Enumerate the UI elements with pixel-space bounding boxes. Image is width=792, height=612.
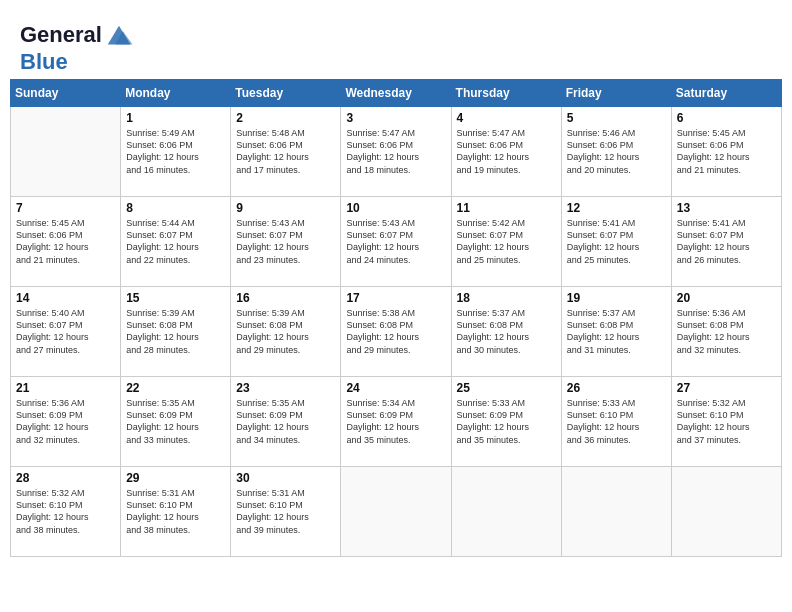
- calendar-week-4: 21Sunrise: 5:36 AMSunset: 6:09 PMDayligh…: [11, 377, 782, 467]
- calendar-cell: 22Sunrise: 5:35 AMSunset: 6:09 PMDayligh…: [121, 377, 231, 467]
- calendar-week-1: 1Sunrise: 5:49 AMSunset: 6:06 PMDaylight…: [11, 107, 782, 197]
- day-header-thursday: Thursday: [451, 80, 561, 107]
- calendar-cell: 28Sunrise: 5:32 AMSunset: 6:10 PMDayligh…: [11, 467, 121, 557]
- calendar-cell: [341, 467, 451, 557]
- day-info: Sunrise: 5:46 AMSunset: 6:06 PMDaylight:…: [567, 127, 666, 176]
- calendar-cell: 1Sunrise: 5:49 AMSunset: 6:06 PMDaylight…: [121, 107, 231, 197]
- day-number: 12: [567, 201, 666, 215]
- day-info: Sunrise: 5:49 AMSunset: 6:06 PMDaylight:…: [126, 127, 225, 176]
- day-number: 26: [567, 381, 666, 395]
- day-info: Sunrise: 5:41 AMSunset: 6:07 PMDaylight:…: [567, 217, 666, 266]
- day-number: 23: [236, 381, 335, 395]
- day-info: Sunrise: 5:36 AMSunset: 6:08 PMDaylight:…: [677, 307, 776, 356]
- day-info: Sunrise: 5:31 AMSunset: 6:10 PMDaylight:…: [236, 487, 335, 536]
- day-info: Sunrise: 5:47 AMSunset: 6:06 PMDaylight:…: [346, 127, 445, 176]
- calendar-cell: 23Sunrise: 5:35 AMSunset: 6:09 PMDayligh…: [231, 377, 341, 467]
- day-header-friday: Friday: [561, 80, 671, 107]
- day-number: 2: [236, 111, 335, 125]
- day-info: Sunrise: 5:40 AMSunset: 6:07 PMDaylight:…: [16, 307, 115, 356]
- day-info: Sunrise: 5:39 AMSunset: 6:08 PMDaylight:…: [126, 307, 225, 356]
- calendar-cell: 14Sunrise: 5:40 AMSunset: 6:07 PMDayligh…: [11, 287, 121, 377]
- calendar-cell: 29Sunrise: 5:31 AMSunset: 6:10 PMDayligh…: [121, 467, 231, 557]
- calendar-cell: 27Sunrise: 5:32 AMSunset: 6:10 PMDayligh…: [671, 377, 781, 467]
- day-number: 27: [677, 381, 776, 395]
- calendar-cell: 19Sunrise: 5:37 AMSunset: 6:08 PMDayligh…: [561, 287, 671, 377]
- calendar-cell: 30Sunrise: 5:31 AMSunset: 6:10 PMDayligh…: [231, 467, 341, 557]
- day-info: Sunrise: 5:37 AMSunset: 6:08 PMDaylight:…: [457, 307, 556, 356]
- calendar-week-5: 28Sunrise: 5:32 AMSunset: 6:10 PMDayligh…: [11, 467, 782, 557]
- day-number: 4: [457, 111, 556, 125]
- day-info: Sunrise: 5:35 AMSunset: 6:09 PMDaylight:…: [126, 397, 225, 446]
- day-number: 15: [126, 291, 225, 305]
- calendar-cell: 2Sunrise: 5:48 AMSunset: 6:06 PMDaylight…: [231, 107, 341, 197]
- calendar-cell: [671, 467, 781, 557]
- day-info: Sunrise: 5:47 AMSunset: 6:06 PMDaylight:…: [457, 127, 556, 176]
- day-info: Sunrise: 5:38 AMSunset: 6:08 PMDaylight:…: [346, 307, 445, 356]
- day-number: 19: [567, 291, 666, 305]
- calendar-cell: 4Sunrise: 5:47 AMSunset: 6:06 PMDaylight…: [451, 107, 561, 197]
- day-info: Sunrise: 5:33 AMSunset: 6:10 PMDaylight:…: [567, 397, 666, 446]
- day-info: Sunrise: 5:45 AMSunset: 6:06 PMDaylight:…: [677, 127, 776, 176]
- day-number: 5: [567, 111, 666, 125]
- day-info: Sunrise: 5:36 AMSunset: 6:09 PMDaylight:…: [16, 397, 115, 446]
- day-number: 24: [346, 381, 445, 395]
- day-number: 17: [346, 291, 445, 305]
- calendar-cell: 15Sunrise: 5:39 AMSunset: 6:08 PMDayligh…: [121, 287, 231, 377]
- day-info: Sunrise: 5:48 AMSunset: 6:06 PMDaylight:…: [236, 127, 335, 176]
- day-header-sunday: Sunday: [11, 80, 121, 107]
- day-info: Sunrise: 5:39 AMSunset: 6:08 PMDaylight:…: [236, 307, 335, 356]
- day-number: 11: [457, 201, 556, 215]
- day-number: 21: [16, 381, 115, 395]
- logo-text: General: [20, 23, 102, 47]
- day-number: 10: [346, 201, 445, 215]
- day-info: Sunrise: 5:43 AMSunset: 6:07 PMDaylight:…: [236, 217, 335, 266]
- day-number: 7: [16, 201, 115, 215]
- calendar-cell: 18Sunrise: 5:37 AMSunset: 6:08 PMDayligh…: [451, 287, 561, 377]
- calendar-cell: 16Sunrise: 5:39 AMSunset: 6:08 PMDayligh…: [231, 287, 341, 377]
- day-number: 18: [457, 291, 556, 305]
- day-info: Sunrise: 5:37 AMSunset: 6:08 PMDaylight:…: [567, 307, 666, 356]
- calendar-cell: 3Sunrise: 5:47 AMSunset: 6:06 PMDaylight…: [341, 107, 451, 197]
- calendar-cell: 11Sunrise: 5:42 AMSunset: 6:07 PMDayligh…: [451, 197, 561, 287]
- calendar-cell: 6Sunrise: 5:45 AMSunset: 6:06 PMDaylight…: [671, 107, 781, 197]
- day-number: 29: [126, 471, 225, 485]
- calendar-cell: 20Sunrise: 5:36 AMSunset: 6:08 PMDayligh…: [671, 287, 781, 377]
- calendar-cell: 10Sunrise: 5:43 AMSunset: 6:07 PMDayligh…: [341, 197, 451, 287]
- day-info: Sunrise: 5:44 AMSunset: 6:07 PMDaylight:…: [126, 217, 225, 266]
- calendar-cell: 21Sunrise: 5:36 AMSunset: 6:09 PMDayligh…: [11, 377, 121, 467]
- day-number: 14: [16, 291, 115, 305]
- day-info: Sunrise: 5:32 AMSunset: 6:10 PMDaylight:…: [16, 487, 115, 536]
- day-number: 16: [236, 291, 335, 305]
- day-info: Sunrise: 5:42 AMSunset: 6:07 PMDaylight:…: [457, 217, 556, 266]
- day-info: Sunrise: 5:32 AMSunset: 6:10 PMDaylight:…: [677, 397, 776, 446]
- day-number: 22: [126, 381, 225, 395]
- day-header-tuesday: Tuesday: [231, 80, 341, 107]
- day-info: Sunrise: 5:45 AMSunset: 6:06 PMDaylight:…: [16, 217, 115, 266]
- calendar-cell: 17Sunrise: 5:38 AMSunset: 6:08 PMDayligh…: [341, 287, 451, 377]
- day-info: Sunrise: 5:33 AMSunset: 6:09 PMDaylight:…: [457, 397, 556, 446]
- calendar-cell: 12Sunrise: 5:41 AMSunset: 6:07 PMDayligh…: [561, 197, 671, 287]
- calendar-cell: 5Sunrise: 5:46 AMSunset: 6:06 PMDaylight…: [561, 107, 671, 197]
- calendar-cell: 24Sunrise: 5:34 AMSunset: 6:09 PMDayligh…: [341, 377, 451, 467]
- logo: General Blue: [20, 20, 134, 74]
- calendar-table: SundayMondayTuesdayWednesdayThursdayFrid…: [10, 79, 782, 557]
- day-header-saturday: Saturday: [671, 80, 781, 107]
- day-info: Sunrise: 5:34 AMSunset: 6:09 PMDaylight:…: [346, 397, 445, 446]
- calendar-cell: 7Sunrise: 5:45 AMSunset: 6:06 PMDaylight…: [11, 197, 121, 287]
- day-header-monday: Monday: [121, 80, 231, 107]
- day-info: Sunrise: 5:35 AMSunset: 6:09 PMDaylight:…: [236, 397, 335, 446]
- day-number: 20: [677, 291, 776, 305]
- day-number: 8: [126, 201, 225, 215]
- day-info: Sunrise: 5:31 AMSunset: 6:10 PMDaylight:…: [126, 487, 225, 536]
- day-number: 9: [236, 201, 335, 215]
- calendar-cell: 8Sunrise: 5:44 AMSunset: 6:07 PMDaylight…: [121, 197, 231, 287]
- day-number: 13: [677, 201, 776, 215]
- calendar-cell: [11, 107, 121, 197]
- day-number: 25: [457, 381, 556, 395]
- calendar-week-3: 14Sunrise: 5:40 AMSunset: 6:07 PMDayligh…: [11, 287, 782, 377]
- calendar-cell: 26Sunrise: 5:33 AMSunset: 6:10 PMDayligh…: [561, 377, 671, 467]
- calendar-cell: 9Sunrise: 5:43 AMSunset: 6:07 PMDaylight…: [231, 197, 341, 287]
- calendar-cell: [451, 467, 561, 557]
- day-number: 3: [346, 111, 445, 125]
- page-header: General Blue: [10, 10, 782, 79]
